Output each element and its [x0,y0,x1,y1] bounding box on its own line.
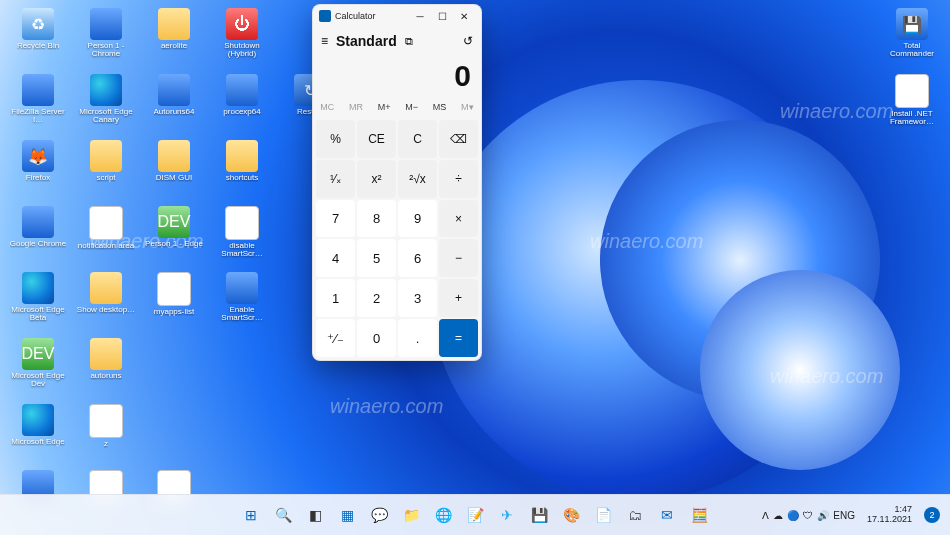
tray-icon[interactable]: 🔊 [817,510,829,521]
desktop-icon[interactable]: 💾Total Commander [880,6,944,70]
key-C[interactable]: C [398,120,437,158]
memory-m+[interactable]: M+ [378,102,391,112]
key-6[interactable]: 6 [398,239,437,277]
taskbar-word[interactable]: 📝 [461,501,489,529]
taskbar-gimp[interactable]: 🎨 [557,501,585,529]
desktop-icon-label: Install .NET Framewor… [881,110,943,127]
hamburger-icon[interactable]: ≡ [321,34,328,48]
tray-icon[interactable]: 🔵 [787,510,799,521]
desktop-icon-label: Person 1 - Edge [145,240,203,248]
desktop-icon-glyph: DEV [22,338,54,370]
desktop-icon[interactable]: Google Chrome [6,204,70,268]
notification-badge[interactable]: 2 [924,507,940,523]
taskbar-explorer[interactable]: 📁 [397,501,425,529]
desktop-icon[interactable]: z [74,402,138,466]
key-=[interactable]: = [439,319,478,357]
desktop-icon[interactable]: ♻Recycle Bin [6,6,70,70]
desktop-icon-glyph [226,272,258,304]
desktop-icon[interactable]: Microsoft Edge [6,402,70,466]
taskbar-edge[interactable]: 🌐 [429,501,457,529]
taskbar-mail[interactable]: ✉ [653,501,681,529]
desktop-icon[interactable]: Enable SmartScr… [210,270,274,334]
desktop-icon[interactable]: ≡disable SmartScr… [210,204,274,268]
desktop-icon-label: myapps-list [154,308,194,316]
taskbar-totalcmd[interactable]: 💾 [525,501,553,529]
key-3[interactable]: 3 [398,279,437,317]
key-%[interactable]: % [316,120,355,158]
desktop-icon-label: Microsoft Edge Canary [75,108,137,125]
memory-row: MCMRM+M−MSM▾ [313,97,481,117]
desktop-icon-glyph: ≡ [157,272,191,306]
desktop-icon-label: Firefox [26,174,50,182]
taskbar-calculator[interactable]: 🧮 [685,501,713,529]
desktop-icon-label: Google Chrome [10,240,66,248]
key-7[interactable]: 7 [316,200,355,238]
system-tray[interactable]: ᐱ☁🔵🛡🔊ENG [758,510,859,521]
desktop-icon-glyph [226,74,258,106]
key-2[interactable]: 2 [357,279,396,317]
taskbar-clock[interactable]: 1:47 17.11.2021 [861,505,918,525]
taskbar-telegram[interactable]: ✈ [493,501,521,529]
taskbar-start[interactable]: ⊞ [237,501,265,529]
key-⌫[interactable]: ⌫ [439,120,478,158]
desktop-icon[interactable]: Autoruns64 [142,72,206,136]
key-8[interactable]: 8 [357,200,396,238]
history-icon[interactable]: ↺ [463,34,473,48]
memory-ms[interactable]: MS [433,102,447,112]
desktop-icon[interactable]: DISM GUI [142,138,206,202]
desktop-icon[interactable]: ≡myapps-list [142,270,206,334]
key-0[interactable]: 0 [357,319,396,357]
key-9[interactable]: 9 [398,200,437,238]
desktop[interactable]: winaero.com winaero.com winaero.com wina… [0,0,950,535]
desktop-icon[interactable]: Microsoft Edge Beta [6,270,70,334]
desktop-icon[interactable]: DEVPerson 1 - Edge [142,204,206,268]
key-÷[interactable]: ÷ [439,160,478,198]
key-⁺⁄₋[interactable]: ⁺⁄₋ [316,319,355,357]
taskbar-widgets[interactable]: ▦ [333,501,361,529]
desktop-icon[interactable]: aerolite [142,6,206,70]
calculator-window[interactable]: Calculator ─ ☐ ✕ ≡ Standard ⧉ ↺ 0 MCMRM+… [312,4,482,361]
titlebar[interactable]: Calculator ─ ☐ ✕ [313,5,481,27]
desktop-icon[interactable]: autoruns [74,336,138,400]
key-x²[interactable]: x² [357,160,396,198]
desktop-icon[interactable]: procexp64 [210,72,274,136]
tray-icon[interactable]: ᐱ [762,510,769,521]
desktop-icon[interactable]: script [74,138,138,202]
desktop-icon-label: z [104,440,108,448]
taskbar-pinned2[interactable]: 🗂 [621,501,649,529]
key-1[interactable]: 1 [316,279,355,317]
desktop-icon[interactable]: ⏻Shutdown (Hybrid) [210,6,274,70]
key-−[interactable]: − [439,239,478,277]
desktop-icon[interactable]: FileZilla Server I… [6,72,70,136]
keep-on-top-icon[interactable]: ⧉ [405,35,413,48]
desktop-icon[interactable]: Show desktop… [74,270,138,334]
desktop-icon[interactable]: 🦊Firefox [6,138,70,202]
desktop-icon[interactable]: ⚙Install .NET Framewor… [880,72,944,136]
close-button[interactable]: ✕ [453,5,475,27]
maximize-button[interactable]: ☐ [431,5,453,27]
taskbar-chat[interactable]: 💬 [365,501,393,529]
desktop-icon-label: Shutdown (Hybrid) [211,42,273,59]
key-4[interactable]: 4 [316,239,355,277]
desktop-icon[interactable]: DEVMicrosoft Edge Dev [6,336,70,400]
key-²√x[interactable]: ²√x [398,160,437,198]
key-.[interactable]: . [398,319,437,357]
key-×[interactable]: × [439,200,478,238]
taskbar-taskview[interactable]: ◧ [301,501,329,529]
tray-icon[interactable]: ENG [833,510,855,521]
desktop-icon[interactable]: shortcuts [210,138,274,202]
memory-m−[interactable]: M− [405,102,418,112]
desktop-icon-glyph: DEV [158,206,190,238]
tray-icon[interactable]: ☁ [773,510,783,521]
taskbar-search[interactable]: 🔍 [269,501,297,529]
key-CE[interactable]: CE [357,120,396,158]
desktop-icon[interactable]: ≡notification area [74,204,138,268]
minimize-button[interactable]: ─ [409,5,431,27]
tray-icon[interactable]: 🛡 [803,510,813,521]
key-5[interactable]: 5 [357,239,396,277]
key-+[interactable]: + [439,279,478,317]
desktop-icon[interactable]: Person 1 - Chrome [74,6,138,70]
taskbar-pinned1[interactable]: 📄 [589,501,617,529]
key-¹⁄ₓ[interactable]: ¹⁄ₓ [316,160,355,198]
desktop-icon[interactable]: Microsoft Edge Canary [74,72,138,136]
